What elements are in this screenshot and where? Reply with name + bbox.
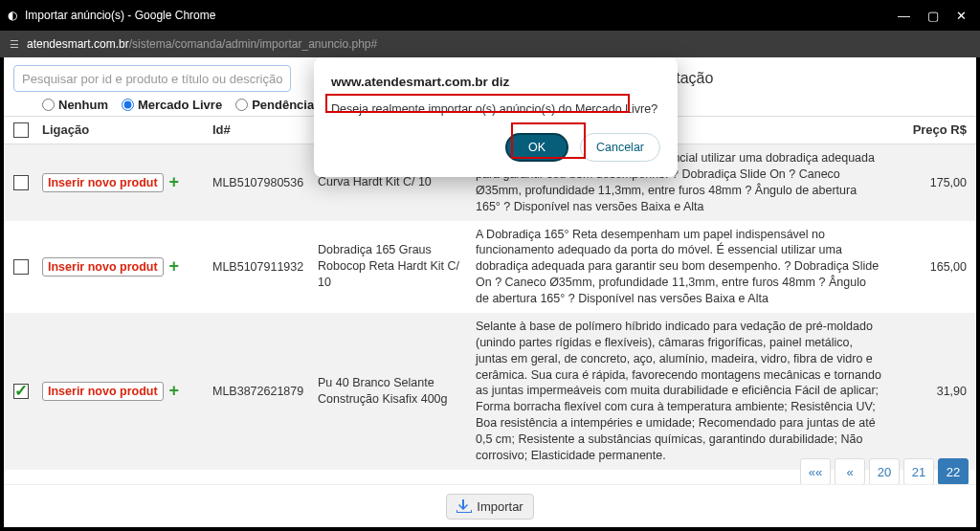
- row-title: Dobradiça 165 Graus Robocop Reta Hardt K…: [318, 242, 476, 291]
- row-desc: A Dobradiça 165° Reta desempenham um pap…: [476, 227, 890, 307]
- plus-icon[interactable]: +: [169, 172, 180, 192]
- page-first[interactable]: ««: [800, 458, 831, 485]
- dialog-cancel-button[interactable]: Cancelar: [580, 133, 660, 162]
- col-ligacao: Ligação: [42, 122, 212, 138]
- radio-nenhum[interactable]: Nenhum: [42, 98, 108, 112]
- radio-pendencia[interactable]: Pendência: [235, 98, 314, 112]
- site-settings-icon[interactable]: ☰: [10, 38, 19, 51]
- confirm-dialog: www.atendesmart.com.br diz Deseja realme…: [314, 57, 678, 177]
- table-row: Inserir novo produt + MLB3872621879 Pu 4…: [4, 313, 976, 470]
- import-button[interactable]: Importar: [446, 494, 533, 520]
- plus-icon[interactable]: +: [169, 256, 180, 277]
- close-icon[interactable]: ✕: [956, 9, 967, 23]
- insert-product-button[interactable]: Inserir novo produt: [42, 173, 164, 192]
- url-domain: atendesmart.com.br: [27, 37, 129, 51]
- row-price: 175,00: [890, 176, 967, 189]
- pagination: «« « 20 21 22: [800, 458, 969, 485]
- maximize-icon[interactable]: ▢: [927, 9, 939, 23]
- table-row: Inserir novo produt + MLB5107911932 Dobr…: [4, 221, 976, 313]
- plus-icon[interactable]: +: [169, 381, 180, 401]
- dialog-ok-button[interactable]: OK: [505, 133, 568, 162]
- window-icon: ◐: [8, 9, 17, 22]
- row-price: 165,00: [890, 260, 967, 274]
- row-price: 31,90: [890, 385, 967, 398]
- page-20[interactable]: 20: [869, 458, 900, 485]
- url-bar[interactable]: ☰ atendesmart.com.br/sistema/comanda/adm…: [0, 31, 980, 57]
- row-checkbox[interactable]: [13, 175, 29, 190]
- dialog-title: www.atendesmart.com.br diz: [331, 75, 660, 89]
- dialog-message: Deseja realmente importar o(s) anúncio(s…: [331, 102, 660, 116]
- page-21[interactable]: 21: [903, 458, 934, 485]
- row-checkbox[interactable]: [13, 259, 29, 275]
- search-input[interactable]: [13, 65, 291, 92]
- minimize-icon[interactable]: —: [898, 9, 910, 23]
- row-title: Pu 40 Branco Selante Construção Kisafix …: [318, 375, 476, 408]
- insert-product-button[interactable]: Inserir novo produt: [42, 257, 164, 277]
- page-prev[interactable]: «: [835, 458, 865, 485]
- row-id: MLB5107980536: [212, 176, 318, 189]
- row-desc: Selante à base de polímero híbrido indic…: [476, 319, 890, 464]
- col-preco: Preço R$: [890, 122, 967, 138]
- radio-mercado-livre[interactable]: Mercado Livre: [122, 98, 222, 112]
- row-id: MLB5107911932: [212, 260, 318, 274]
- select-all-checkbox[interactable]: [13, 122, 29, 138]
- row-checkbox[interactable]: [13, 384, 29, 399]
- url-path: /sistema/comanda/admin/importar_anuncio.…: [129, 37, 377, 51]
- row-id: MLB3872621879: [212, 385, 318, 398]
- window-titlebar: ◐ Importar anúncio(s) - Google Chrome — …: [0, 0, 980, 31]
- page-22[interactable]: 22: [938, 458, 969, 485]
- import-icon: [457, 499, 472, 513]
- window-title: Importar anúncio(s) - Google Chrome: [25, 9, 215, 22]
- insert-product-button[interactable]: Inserir novo produt: [42, 382, 164, 401]
- col-id: Id#: [212, 122, 318, 138]
